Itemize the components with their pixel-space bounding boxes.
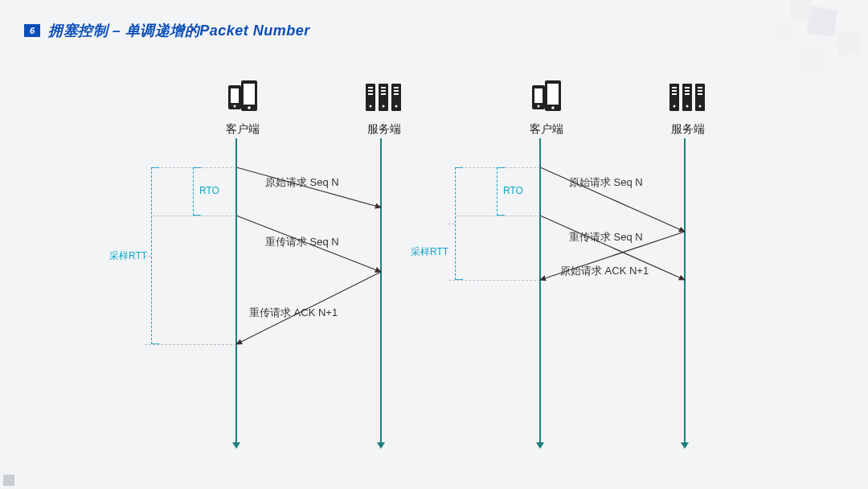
page-number: 6 <box>24 24 40 37</box>
client-label: 客户端 <box>522 122 571 137</box>
arrows-overlay <box>0 80 868 450</box>
svg-rect-34 <box>685 90 690 92</box>
svg-point-39 <box>674 105 676 108</box>
svg-rect-33 <box>685 87 690 88</box>
left-server-endpoint: 服务端 <box>360 80 408 137</box>
svg-rect-35 <box>685 93 690 95</box>
svg-rect-11 <box>368 93 373 95</box>
svg-rect-15 <box>394 87 399 88</box>
svg-rect-36 <box>698 87 702 88</box>
msg-orig-req: 原始请求 Seq N <box>569 175 643 190</box>
rto-label: RTO <box>199 185 219 196</box>
dash-line <box>153 216 236 216</box>
svg-point-20 <box>395 105 398 108</box>
msg-orig-ack: 原始请求 ACK N+1 <box>560 264 649 278</box>
right-client-endpoint: 客户端 <box>522 80 571 137</box>
diagram-stage: 客户端 服务端 客户端 <box>0 80 868 450</box>
rtt-bracket <box>151 167 159 344</box>
svg-point-40 <box>686 105 689 108</box>
left-client-endpoint: 客户端 <box>219 80 267 137</box>
msg-retx-ack: 重传请求 ACK N+1 <box>249 306 338 320</box>
dash-line <box>457 216 540 216</box>
right-server-endpoint: 服务端 <box>664 80 712 137</box>
msg-retx-req: 重传请求 Seq N <box>265 235 339 249</box>
svg-rect-13 <box>381 90 386 92</box>
dash-line <box>145 344 236 345</box>
svg-rect-17 <box>394 93 399 95</box>
right-server-lifeline <box>684 138 686 444</box>
msg-orig-req: 原始请求 Seq N <box>265 175 339 190</box>
svg-point-23 <box>538 105 540 108</box>
phone-icon <box>225 80 260 114</box>
svg-point-19 <box>383 105 385 108</box>
svg-rect-32 <box>672 93 677 95</box>
svg-rect-14 <box>381 93 386 95</box>
left-server-lifeline <box>380 138 382 444</box>
phone-icon <box>529 80 564 114</box>
svg-rect-30 <box>672 87 677 88</box>
msg-retx-req: 重传请求 Seq N <box>569 230 643 244</box>
svg-rect-4 <box>244 84 255 105</box>
svg-rect-25 <box>547 84 559 105</box>
rtt-label: 采样RTT <box>411 245 448 259</box>
footer-mark <box>3 475 14 486</box>
svg-rect-22 <box>534 88 542 103</box>
svg-point-2 <box>234 105 236 108</box>
svg-rect-9 <box>368 87 373 88</box>
rtt-bracket <box>455 167 463 280</box>
svg-point-26 <box>551 106 555 109</box>
svg-rect-10 <box>368 90 373 92</box>
svg-rect-16 <box>394 90 399 92</box>
slide-header: 6 拥塞控制 – 单调递增的Packet Number <box>24 21 310 40</box>
dash-line <box>448 280 540 281</box>
rto-label: RTO <box>503 185 523 196</box>
rtt-label: 采样RTT <box>109 249 147 263</box>
right-client-lifeline <box>539 138 541 444</box>
svg-point-18 <box>370 105 372 108</box>
svg-point-5 <box>248 106 251 109</box>
svg-rect-1 <box>231 88 239 103</box>
svg-rect-12 <box>381 87 386 88</box>
server-icon <box>364 80 404 114</box>
dash-tick <box>145 256 151 257</box>
svg-rect-37 <box>698 90 702 92</box>
server-label: 服务端 <box>664 122 712 137</box>
server-icon <box>668 80 708 114</box>
server-label: 服务端 <box>360 122 408 137</box>
slide-title: 拥塞控制 – 单调递增的Packet Number <box>48 21 310 40</box>
dash-tick <box>448 224 455 224</box>
svg-rect-38 <box>698 93 702 95</box>
left-client-lifeline <box>235 138 237 444</box>
svg-rect-31 <box>672 90 677 92</box>
client-label: 客户端 <box>219 122 267 137</box>
svg-point-41 <box>699 105 702 108</box>
